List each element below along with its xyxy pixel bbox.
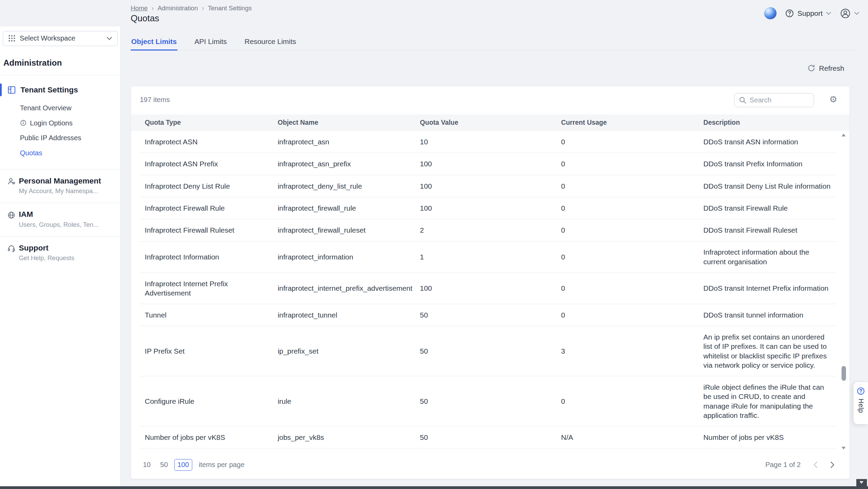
tab-api-limits[interactable]: API Limits	[194, 37, 227, 50]
sidebar-item-label: Login Options	[30, 119, 73, 127]
sidebar-item-tenant-overview[interactable]: Tenant Overview	[0, 101, 120, 115]
app-window: Select Workspace Administration Tenant S…	[0, 0, 868, 489]
scroll-down-button[interactable]	[856, 479, 867, 486]
table-row: Configure iRule irule 50 0 iRule object …	[140, 376, 836, 426]
tab-resource-limits[interactable]: Resource Limits	[244, 37, 296, 50]
sidebar-group-subtitle: Users, Groups, Roles, Ten...	[19, 221, 120, 229]
refresh-label: Refresh	[819, 64, 844, 73]
account-menu[interactable]	[840, 8, 859, 19]
scrollbar-up-arrow[interactable]	[842, 134, 846, 136]
quota-type-cell: Number of jobs per vK8S	[145, 426, 278, 448]
chevron-right-icon	[830, 462, 835, 468]
scrollbar-thumb[interactable]	[842, 366, 846, 381]
current-usage-cell: 0	[561, 246, 704, 268]
next-page-button[interactable]	[826, 459, 838, 471]
sidebar-item-public-ip-addresses[interactable]: Public IP Addresses	[0, 131, 120, 145]
search-input[interactable]	[750, 96, 809, 104]
user-circle-icon	[840, 8, 851, 19]
object-name-cell: infraprotect_internet_prefix_advertiseme…	[278, 278, 420, 299]
table-row: Infraprotect Firewall Ruleset infraprote…	[140, 219, 836, 241]
object-name-cell: infraprotect_information	[278, 246, 420, 268]
sidebar-item-tenant-settings[interactable]: Tenant Settings	[0, 83, 120, 97]
sidebar-item-label: Public IP Addresses	[20, 134, 81, 142]
sidebar-item-quotas[interactable]: Quotas	[0, 145, 120, 160]
sidebar-item-personal-management[interactable]: Personal Management My Account, My Names…	[0, 170, 120, 203]
sidebar-item-iam[interactable]: IAM Users, Groups, Roles, Ten...	[0, 203, 120, 236]
sidebar-item-label: Quotas	[20, 149, 42, 157]
quota-table-body: Infraprotect ASN infraprotect_asn 10 0 D…	[140, 131, 836, 449]
description-cell: DDoS transit Firewall Ruleset	[703, 220, 836, 241]
quota-value-cell: 1	[420, 246, 561, 268]
object-name-cell: infraprotect_tunnel	[278, 304, 420, 326]
workspace-selector[interactable]: Select Workspace	[3, 31, 118, 46]
page-size-50-button[interactable]: 50	[157, 459, 171, 471]
description-cell: DDoS transit Deny List Rule information	[703, 175, 836, 197]
tab-bar: Object Limits API Limits Resource Limits	[131, 37, 855, 50]
current-usage-cell: 0	[561, 304, 704, 326]
refresh-button[interactable]: Refresh	[807, 64, 844, 73]
quota-value-cell: 100	[420, 278, 561, 299]
help-tab-label: Help	[857, 399, 865, 413]
quota-value-cell: 50	[420, 340, 561, 362]
sidebar-group-subtitle: Get Help, Requests	[19, 254, 120, 262]
quota-value-cell: 100	[420, 175, 561, 197]
quota-type-cell: Infraprotect ASN Prefix	[145, 153, 278, 175]
table-row: Infraprotect Deny List Rule infraprotect…	[140, 175, 836, 197]
current-usage-cell: 0	[561, 131, 704, 153]
current-usage-cell: 0	[561, 278, 704, 299]
support-menu[interactable]: Support	[785, 9, 831, 18]
chevron-right-icon: ›	[152, 5, 154, 11]
quota-value-cell: 50	[420, 426, 561, 448]
quota-type-cell: IP Prefix Set	[145, 340, 278, 362]
quota-value-cell: 2	[420, 220, 561, 241]
main-content: Home › Administration › Tenant Settings …	[121, 0, 868, 486]
help-question-icon	[857, 387, 865, 395]
sidebar-item-support[interactable]: Support Get Help, Requests	[0, 237, 120, 270]
page-size-100-button[interactable]: 100	[174, 459, 192, 471]
current-usage-cell: 3	[561, 340, 704, 362]
column-header-quota-value: Quota Value	[420, 119, 561, 126]
login-options-icon	[20, 120, 26, 126]
quota-value-cell: 100	[420, 197, 561, 219]
app-grid-icon	[8, 35, 15, 42]
chevron-down-icon	[107, 37, 112, 40]
object-name-cell: jobs_per_vk8s	[278, 426, 420, 448]
quota-type-cell: Infraprotect Information	[145, 246, 278, 268]
breadcrumb-administration[interactable]: Administration	[158, 4, 198, 12]
tab-object-limits[interactable]: Object Limits	[131, 37, 177, 50]
previous-page-button[interactable]	[810, 459, 822, 471]
quota-value-cell: 100	[420, 153, 561, 175]
scrollbar-down-arrow[interactable]	[842, 447, 846, 449]
table-row: Number of jobs per vK8S jobs_per_vk8s 50…	[140, 426, 836, 448]
search-icon	[739, 97, 746, 104]
table-row: Tunnel infraprotect_tunnel 50 0 DDoS tra…	[140, 304, 836, 326]
object-name-cell: infraprotect_asn_prefix	[278, 153, 420, 175]
column-header-object-name: Object Name	[278, 119, 420, 126]
page-size-10-button[interactable]: 10	[140, 459, 154, 471]
description-cell: Infraprotect information about the curre…	[703, 242, 836, 273]
brand-logo[interactable]	[764, 7, 776, 19]
table-row: Infraprotect ASN Prefix infraprotect_asn…	[140, 153, 836, 175]
description-cell: Number of jobs per vK8S	[703, 426, 836, 448]
window-bottom-edge	[0, 486, 868, 489]
topbar-right: Support	[764, 7, 859, 19]
sidebar-group-subtitle: My Account, My Namespa...	[19, 187, 120, 195]
iam-globe-icon	[7, 211, 15, 219]
quota-type-cell: Infraprotect Deny List Rule	[145, 175, 278, 197]
breadcrumb-home-link[interactable]: Home	[131, 4, 148, 12]
sidebar-group-label: Support	[19, 243, 120, 253]
object-name-cell: infraprotect_asn	[278, 131, 420, 153]
table-row: Infraprotect ASN infraprotect_asn 10 0 D…	[140, 131, 836, 153]
table-settings-gear-icon[interactable]: ⚙	[829, 94, 837, 105]
quota-value-cell: 10	[420, 131, 561, 153]
current-usage-cell: 0	[561, 390, 704, 412]
object-name-cell: irule	[278, 390, 420, 412]
sidebar-item-login-options[interactable]: Login Options	[0, 115, 120, 130]
description-cell: DDoS transit ASN information	[703, 131, 836, 153]
table-toolbar: 197 items ⚙	[131, 86, 849, 114]
current-usage-cell: 0	[561, 197, 704, 219]
breadcrumb-tenant-settings: Tenant Settings	[208, 4, 252, 12]
quota-type-cell: Infraprotect Internet Prefix Advertiseme…	[145, 273, 278, 304]
help-tab[interactable]: Help	[853, 382, 868, 424]
column-header-description: Description	[703, 119, 831, 126]
